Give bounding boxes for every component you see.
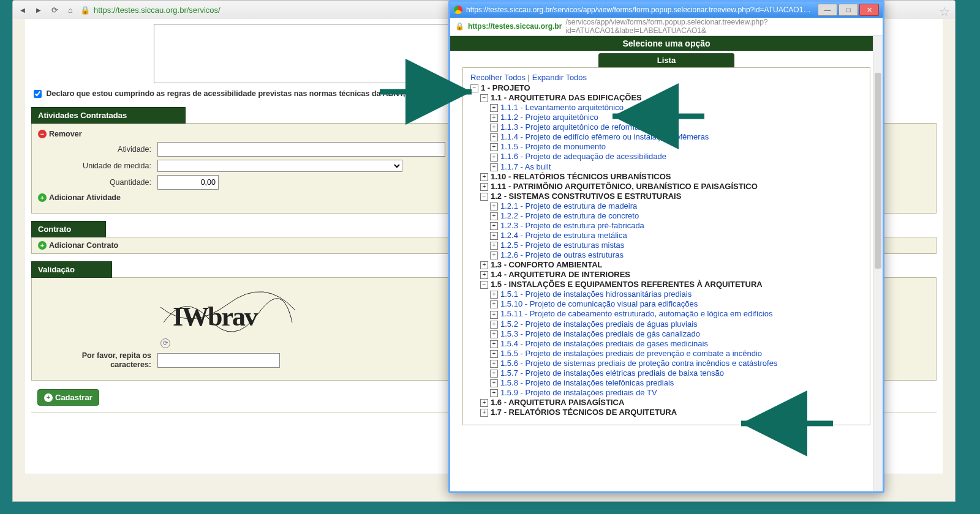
tree-toggler[interactable]: +: [490, 350, 498, 358]
tree-toggler[interactable]: −: [480, 94, 488, 102]
tree-toggler[interactable]: −: [480, 193, 488, 201]
tree-toggler[interactable]: +: [490, 321, 498, 329]
tree-leaf-link[interactable]: 1.2.4 - Projeto de estrutura metálica: [500, 231, 627, 240]
tree-toggler[interactable]: +: [490, 143, 498, 151]
description-textarea[interactable]: [154, 24, 449, 83]
tree-toggler[interactable]: +: [490, 163, 498, 171]
tree-toggler[interactable]: +: [490, 370, 498, 378]
back-icon[interactable]: ◄: [17, 4, 29, 16]
reload-icon[interactable]: ⟳: [48, 4, 61, 16]
cadastrar-label: Cadastrar: [55, 393, 92, 402]
tree-leaf-link[interactable]: 1.2.6 - Projeto de outras estruturas: [500, 250, 624, 259]
popup-url-host: https://testes.siccau.org.br: [468, 22, 562, 31]
tree-leaf-link[interactable]: 1.1.5 - Projeto de monumento: [500, 142, 606, 151]
tree-node-label: 1.10 - RELATÓRIOS TÉCNICOS URBANÍSTICOS: [491, 172, 671, 181]
tree-leaf-link[interactable]: 1.5.5 - Projeto de instalações prediais …: [500, 349, 762, 358]
tree-leaf-link[interactable]: 1.5.1 - Projeto de instalações hidrossan…: [500, 289, 692, 299]
tree-toggler[interactable]: +: [480, 173, 488, 181]
url-host: https://testes.siccau.org.br: [94, 6, 187, 15]
home-icon[interactable]: ⌂: [64, 4, 77, 16]
tab-lista[interactable]: Lista: [598, 53, 734, 67]
unidade-select[interactable]: [157, 160, 402, 172]
popup-scrollbar[interactable]: [873, 36, 883, 491]
tree-leaf-link[interactable]: 1.5.7 - Projeto de instalações elétricas…: [500, 368, 724, 378]
tree-toggler[interactable]: +: [480, 261, 488, 269]
tree-node-label: 1.7 - RELATÓRIOS TÉCNICOS DE ARQUITETURA: [491, 408, 677, 417]
quantidade-input[interactable]: [157, 175, 219, 190]
tree-toggler[interactable]: −: [480, 281, 488, 289]
treeview: −1 - PROJETO−1.1 - ARQUITETURA DAS EDIFI…: [470, 83, 862, 417]
tree-leaf-link[interactable]: 1.1.1 - Levantamento arquitetônico: [500, 103, 624, 112]
tree-leaf-link[interactable]: 1.1.3 - Projeto arquitetônico de reforma: [500, 122, 639, 132]
address-bar[interactable]: https://testes.siccau.org.br/servicos/: [94, 6, 221, 15]
tree-leaf-link[interactable]: 1.1.6 - Projeto de adequação de acessibi…: [500, 152, 666, 161]
tree-toggler[interactable]: +: [490, 389, 498, 397]
tree-toggler[interactable]: +: [490, 154, 498, 162]
tree-toggler[interactable]: +: [490, 232, 498, 240]
tree-toggler[interactable]: +: [490, 340, 498, 348]
window-minimize-button[interactable]: —: [818, 4, 837, 16]
window-close-button[interactable]: ✕: [859, 4, 879, 16]
tree-leaf-link[interactable]: 1.5.3 - Projeto de instalações prediais …: [500, 329, 700, 338]
tree-leaf-link[interactable]: 1.5.8 - Projeto de instalações telefônic…: [500, 378, 674, 387]
cadastrar-button[interactable]: + Cadastrar: [37, 389, 99, 406]
tree-toggler[interactable]: +: [490, 360, 498, 368]
tree-leaf-link[interactable]: 1.5.6 - Projeto de sistemas prediais de …: [500, 359, 777, 368]
tree-toggler[interactable]: +: [490, 379, 498, 387]
tree-leaf-link[interactable]: 1.2.5 - Projeto de estruturas mistas: [500, 240, 624, 250]
popup-addressbar[interactable]: 🔒 https://testes.siccau.org.br/servicos/…: [450, 18, 883, 35]
scrollbar-thumb[interactable]: [875, 73, 881, 269]
section-atividades-title: Atividades Contratadas: [31, 107, 186, 124]
tree-toggler[interactable]: +: [490, 330, 498, 338]
tree-toggler[interactable]: +: [490, 203, 498, 210]
url-path: /servicos/: [187, 6, 221, 15]
tree-toggler[interactable]: +: [480, 271, 488, 279]
recolher-todos-link[interactable]: Recolher Todos: [470, 73, 526, 82]
captcha-input[interactable]: [157, 353, 280, 368]
tree-leaf-link[interactable]: 1.1.7 - As built: [500, 162, 551, 171]
tree-toggler[interactable]: +: [490, 300, 498, 308]
bookmark-star-icon[interactable]: ☆: [939, 4, 950, 19]
remover-label: Remover: [49, 130, 82, 138]
window-maximize-button[interactable]: □: [839, 4, 858, 16]
tree-toggler[interactable]: +: [490, 133, 498, 141]
tree-toggler[interactable]: +: [490, 251, 498, 259]
tree-toggler[interactable]: +: [480, 399, 488, 407]
popup-window: https://testes.siccau.org.br/servicos/ap…: [448, 0, 884, 493]
tree-toggler[interactable]: +: [480, 409, 488, 417]
tree-toggler[interactable]: +: [490, 222, 498, 230]
tree-toggler[interactable]: +: [490, 311, 498, 319]
tree-leaf-link[interactable]: 1.2.2 - Projeto de estrutura de concreto: [500, 211, 639, 220]
tree-leaf-link[interactable]: 1.5.9 - Projeto de instalações prediais …: [500, 388, 657, 397]
tree-leaf-link[interactable]: 1.5.10 - Projeto de comunicação visual p…: [500, 299, 698, 308]
unidade-label: Unidade de medida:: [38, 162, 151, 170]
tree-toggler[interactable]: +: [490, 242, 498, 250]
tree-toggler[interactable]: +: [490, 114, 498, 122]
tree-toggler[interactable]: +: [490, 291, 498, 299]
forward-icon[interactable]: ►: [32, 4, 45, 16]
tree-toggler[interactable]: +: [490, 124, 498, 132]
tree-node-label: 1.1 - ARQUITETURA DAS EDIFICAÇÕES: [491, 93, 642, 102]
quantidade-label: Quantidade:: [38, 178, 151, 187]
tree-leaf-link[interactable]: 1.5.11 - Projeto de cabeamento estrutura…: [500, 309, 772, 318]
captcha-refresh-icon[interactable]: ⟳: [160, 338, 170, 348]
tree-leaf-link[interactable]: 1.5.2 - Projeto de instalações prediais …: [500, 319, 698, 329]
tree-toggler[interactable]: −: [470, 84, 478, 92]
atividade-label: Atividade:: [38, 145, 151, 154]
tree-node-label: 1.4 - ARQUITETURA DE INTERIORES: [491, 270, 630, 279]
expandir-todos-link[interactable]: Expandir Todos: [532, 73, 587, 82]
tree-leaf-link[interactable]: 1.1.4 - Projeto de edifício efêmero ou i…: [500, 132, 709, 141]
tree-toggler[interactable]: +: [480, 183, 488, 191]
tree-leaf-link[interactable]: 1.2.3 - Projeto de estrutura pré-fabrica…: [500, 221, 644, 230]
declaration-text: Declaro que estou cumprindo as regras de…: [46, 89, 435, 98]
svg-text:IWbrav: IWbrav: [173, 302, 258, 332]
atividade-input[interactable]: [157, 142, 445, 157]
declaration-checkbox[interactable]: [34, 90, 42, 98]
tree-node-label: 1.3 - CONFORTO AMBIENTAL: [491, 260, 602, 269]
tree-leaf-link[interactable]: 1.1.2 - Projeto arquitetônico: [500, 113, 598, 122]
tree-leaf-link[interactable]: 1.5.4 - Projeto de instalações prediais …: [500, 339, 708, 348]
tree-toggler[interactable]: +: [490, 212, 498, 220]
actions-sep: |: [526, 73, 532, 82]
tree-toggler[interactable]: +: [490, 104, 498, 112]
tree-leaf-link[interactable]: 1.2.1 - Projeto de estrutura de madeira: [500, 201, 637, 210]
